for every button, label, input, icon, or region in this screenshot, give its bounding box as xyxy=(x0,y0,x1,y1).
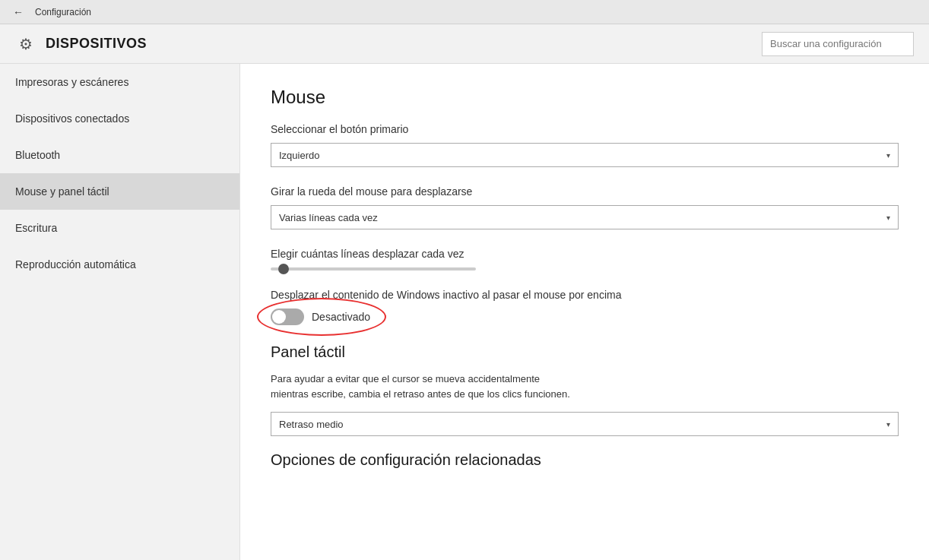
touchpad-title: Panel táctil xyxy=(271,343,899,361)
scroll-section: Girar la rueda del mouse para desplazars… xyxy=(271,185,899,229)
touchpad-desc: Para ayudar a evitar que el cursor se mu… xyxy=(271,372,575,401)
toggle-knob xyxy=(272,310,286,324)
content-area: Mouse Seleccionar el botón primario Izqu… xyxy=(240,64,929,560)
main-layout: Impresoras y escáneres Dispositivos cone… xyxy=(0,64,929,560)
chevron-down-icon: ▾ xyxy=(886,420,890,429)
page-title: DISPOSITIVOS xyxy=(46,36,147,52)
sidebar-item-printers[interactable]: Impresoras y escáneres xyxy=(0,64,239,100)
sidebar-item-bluetooth[interactable]: Bluetooth xyxy=(0,137,239,173)
slider-thumb[interactable] xyxy=(278,264,289,274)
slider-track xyxy=(271,267,476,271)
window-title: Configuración xyxy=(35,7,91,17)
lines-slider-container xyxy=(271,267,899,271)
primary-button-dropdown[interactable]: Izquierdo ▾ xyxy=(271,143,899,167)
touchpad-delay-value: Retraso medio xyxy=(279,419,344,430)
chevron-down-icon: ▾ xyxy=(886,214,890,222)
scroll-label: Girar la rueda del mouse para desplazars… xyxy=(271,185,899,198)
inactive-scroll-toggle-label: Desactivado xyxy=(312,311,370,323)
inactive-scroll-label: Desplazar el contenido de Windows inacti… xyxy=(271,289,899,301)
mouse-title: Mouse xyxy=(271,87,899,108)
scroll-value: Varias líneas cada vez xyxy=(279,212,378,223)
inactive-scroll-section: Desplazar el contenido de Windows inacti… xyxy=(271,289,899,325)
touchpad-delay-dropdown[interactable]: Retraso medio ▾ xyxy=(271,412,899,436)
primary-button-label: Seleccionar el botón primario xyxy=(271,123,899,135)
devices-icon: ⚙ xyxy=(15,33,36,55)
inactive-scroll-toggle[interactable] xyxy=(271,308,304,325)
back-button[interactable]: ← xyxy=(9,3,27,21)
sidebar: Impresoras y escáneres Dispositivos cone… xyxy=(0,64,240,560)
primary-button-value: Izquierdo xyxy=(279,150,319,161)
page-header: ⚙ DISPOSITIVOS xyxy=(0,24,929,64)
chevron-down-icon: ▾ xyxy=(886,151,890,160)
sidebar-item-autoplay[interactable]: Reproducción automática xyxy=(0,246,239,283)
search-input[interactable] xyxy=(762,32,914,56)
sidebar-item-writing[interactable]: Escritura xyxy=(0,210,239,246)
primary-button-section: Seleccionar el botón primario Izquierdo … xyxy=(271,123,899,167)
lines-section: Elegir cuántas líneas desplazar cada vez xyxy=(271,248,899,271)
inactive-scroll-toggle-row: Desactivado xyxy=(271,308,899,325)
scroll-dropdown[interactable]: Varias líneas cada vez ▾ xyxy=(271,205,899,229)
lines-label: Elegir cuántas líneas desplazar cada vez xyxy=(271,248,899,260)
toggle-annotation-wrapper: Desactivado xyxy=(271,308,370,325)
sidebar-item-mouse[interactable]: Mouse y panel táctil xyxy=(0,173,239,210)
sidebar-item-connected[interactable]: Dispositivos conectados xyxy=(0,100,239,137)
title-bar: ← Configuración xyxy=(0,0,929,24)
related-title: Opciones de configuración relacionadas xyxy=(271,451,899,469)
back-icon: ← xyxy=(13,6,24,18)
